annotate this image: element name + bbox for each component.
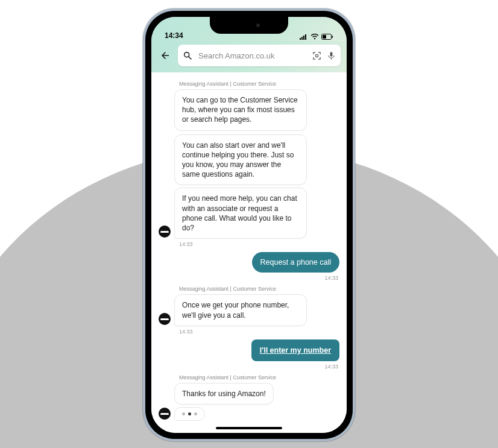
svg-point-10 <box>315 54 318 57</box>
battery-icon <box>321 34 333 40</box>
assistant-message: You can also start over and we'll contin… <box>174 134 307 186</box>
svg-point-8 <box>184 52 189 57</box>
sender-label: Messaging Assistant | Customer Service <box>179 286 339 292</box>
assistant-avatar <box>159 313 171 325</box>
timestamp: 14:33 <box>179 329 339 335</box>
assistant-avatar <box>159 408 171 420</box>
assistant-message-row: Once we get your phone number, we'll giv… <box>159 294 339 326</box>
assistant-avatar <box>159 226 171 238</box>
svg-rect-1 <box>301 37 303 40</box>
svg-line-9 <box>189 57 191 59</box>
svg-rect-11 <box>330 52 333 57</box>
assistant-message: You can go to the Customer Service hub, … <box>174 89 307 131</box>
svg-rect-3 <box>305 34 306 40</box>
user-message-row: I'll enter my number <box>159 339 339 361</box>
mic-icon[interactable] <box>327 51 336 61</box>
lens-icon[interactable] <box>312 51 322 61</box>
assistant-message-row: If you need more help, you can chat with… <box>159 188 339 239</box>
search-input[interactable] <box>197 51 307 61</box>
timestamp: 14:33 <box>179 241 339 247</box>
svg-rect-7 <box>323 35 326 39</box>
signal-icon <box>300 34 308 40</box>
phone-screen: 14:34 <box>151 17 347 433</box>
search-box[interactable] <box>178 45 341 66</box>
phone-frame: 14:34 <box>143 8 355 441</box>
sender-label: Messaging Assistant | Customer Service <box>179 81 339 87</box>
assistant-message: Thanks for using Amazon! <box>174 383 274 405</box>
wifi-icon <box>310 34 319 40</box>
user-message: Request a phone call <box>252 252 339 273</box>
assistant-message: If you need more help, you can chat with… <box>174 188 307 239</box>
timestamp: 14:33 <box>159 275 338 281</box>
sender-label: Messaging Assistant | Customer Service <box>179 374 339 380</box>
assistant-message: Once we get your phone number, we'll giv… <box>174 294 307 326</box>
typing-row <box>159 407 339 421</box>
svg-rect-6 <box>332 36 333 38</box>
assistant-message-group: You can go to the Customer Service hub, … <box>159 89 339 185</box>
status-time: 14:34 <box>165 31 183 40</box>
status-icons <box>300 34 333 40</box>
chat-thread[interactable]: Messaging Assistant | Customer Service Y… <box>151 72 347 433</box>
phone-notch <box>210 17 288 34</box>
svg-point-4 <box>314 38 315 39</box>
user-message[interactable]: I'll enter my number <box>251 339 339 361</box>
assistant-message-row: Thanks for using Amazon! <box>159 383 339 405</box>
search-icon <box>183 51 192 60</box>
timestamp: 14:33 <box>159 364 338 370</box>
home-indicator[interactable] <box>216 427 282 429</box>
user-message-row: Request a phone call <box>159 252 339 273</box>
app-header <box>151 41 347 72</box>
typing-indicator <box>174 407 205 421</box>
svg-rect-0 <box>300 38 301 40</box>
back-button[interactable] <box>157 48 173 63</box>
svg-rect-2 <box>303 36 304 40</box>
